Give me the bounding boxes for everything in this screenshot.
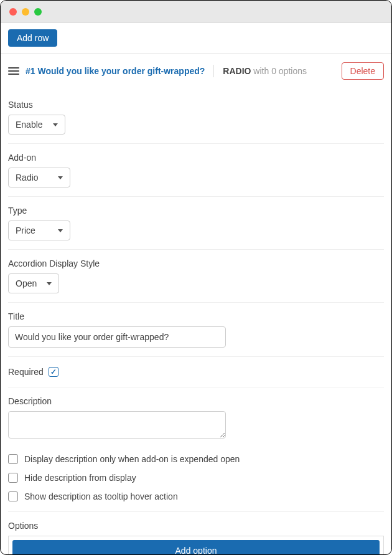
add-row-button[interactable]: Add row — [8, 29, 57, 47]
addon-select[interactable]: Radio — [8, 168, 70, 187]
description-field: Description — [8, 387, 384, 445]
maximize-window-dot[interactable] — [34, 8, 42, 16]
window-titlebar — [1, 1, 391, 23]
addon-label: Add-on — [8, 153, 384, 163]
addon-field: Add-on Radio — [8, 144, 384, 197]
desc-opt-1-label[interactable]: Hide description from display — [24, 473, 136, 483]
accordion-label: Accordion Display Style — [8, 259, 384, 268]
form-content: Status Enable Add-on Radio Type Price Ac… — [1, 88, 391, 555]
type-label: Type — [8, 206, 384, 216]
minimize-window-dot[interactable] — [22, 8, 29, 16]
status-value: Enable — [16, 120, 43, 130]
required-label: Required — [8, 367, 44, 377]
checkmark-icon: ✓ — [50, 368, 57, 376]
desc-opt-1-checkbox[interactable] — [8, 473, 18, 483]
options-label: Options — [8, 521, 384, 531]
status-field: Status Enable — [8, 88, 384, 144]
title-label: Title — [8, 311, 384, 321]
description-textarea[interactable] — [8, 411, 226, 439]
title-input[interactable] — [8, 326, 226, 348]
status-select[interactable]: Enable — [8, 115, 65, 135]
type-select[interactable]: Price — [8, 221, 70, 240]
title-field: Title — [8, 303, 384, 357]
chevron-down-icon — [47, 282, 52, 285]
addon-value: Radio — [16, 173, 39, 183]
options-container: Add option — [8, 536, 384, 555]
desc-opt-row: Display description only when add-on is … — [8, 454, 384, 464]
desc-opt-0-label[interactable]: Display description only when add-on is … — [24, 454, 240, 464]
desc-opt-row: Hide description from display — [8, 473, 384, 483]
desc-opt-0-checkbox[interactable] — [8, 454, 18, 464]
close-window-dot[interactable] — [9, 8, 17, 16]
divider — [213, 65, 214, 77]
row-title[interactable]: #1 Would you like your order gift-wrappe… — [26, 66, 205, 76]
required-checkbox[interactable]: ✓ — [49, 367, 58, 377]
type-value: Price — [16, 225, 35, 235]
drag-handle-icon[interactable] — [8, 67, 19, 75]
row-type-suffix: with 0 options — [251, 66, 307, 76]
options-field: Options Add option — [8, 512, 384, 555]
desc-opt-row: Show description as tooltip hover action — [8, 491, 384, 501]
chevron-down-icon — [58, 176, 63, 179]
accordion-field: Accordion Display Style Open — [8, 250, 384, 303]
accordion-select[interactable]: Open — [8, 273, 59, 293]
row-type-info: RADIO with 0 options — [223, 66, 307, 76]
desc-opt-2-label[interactable]: Show description as tooltip hover action — [24, 491, 178, 501]
add-option-button[interactable]: Add option — [12, 540, 380, 555]
type-field: Type Price — [8, 197, 384, 250]
delete-button[interactable]: Delete — [342, 62, 384, 80]
row-header: #1 Would you like your order gift-wrappe… — [1, 54, 391, 88]
accordion-value: Open — [16, 278, 37, 288]
chevron-down-icon — [53, 123, 58, 126]
required-field: Required ✓ — [8, 357, 384, 387]
description-options: Display description only when add-on is … — [8, 445, 384, 512]
toolbar: Add row — [1, 23, 391, 54]
desc-opt-2-checkbox[interactable] — [8, 491, 18, 501]
row-type-label: RADIO — [223, 66, 251, 76]
description-label: Description — [8, 396, 384, 406]
status-label: Status — [8, 100, 384, 110]
chevron-down-icon — [58, 229, 63, 232]
